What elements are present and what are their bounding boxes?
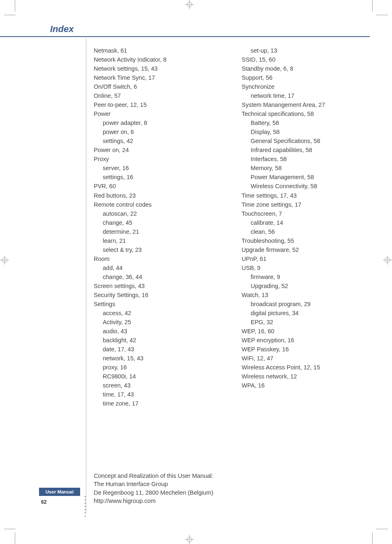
index-entry: UPnP, 61 [242, 254, 365, 263]
index-entry: digital pictures, 34 [242, 309, 365, 318]
index-entry: WEP Passkey, 16 [242, 345, 365, 354]
index-entry: proxy, 16 [94, 363, 217, 372]
index-entry: Power on, 24 [94, 145, 217, 154]
index-entry: Network Time Sync, 17 [94, 73, 217, 82]
index-entry: access, 42 [94, 309, 217, 318]
index-entry: Online, 57 [94, 91, 217, 100]
index-column-right: set-up, 13SSID, 15, 60Standby mode, 6, 8… [242, 46, 365, 408]
index-entry: Screen settings, 43 [94, 281, 217, 290]
index-entry: Standby mode, 6, 8 [242, 64, 365, 73]
index-entry: WEP encryption, 16 [242, 336, 365, 345]
index-entry: Troubleshooting, 55 [242, 236, 365, 245]
index-entry: Synchronize [242, 82, 365, 91]
index-entry: Time settings, 17, 43 [242, 191, 365, 200]
index-entry: System Manangement Area, 27 [242, 100, 365, 109]
index-entry: Memory, 58 [242, 164, 365, 173]
index-entry: Upgrading, 52 [242, 281, 365, 290]
index-entry: WiFi, 12, 47 [242, 354, 365, 363]
index-entry: Wireless network, 12 [242, 372, 365, 381]
index-entry: add, 44 [94, 263, 217, 272]
index-entry: change, 45 [94, 218, 217, 227]
index-content: Netmask, 61Network Activity Indicator, 8… [94, 46, 365, 408]
index-entry: clean, 56 [242, 227, 365, 236]
crop-mark [376, 15, 388, 15]
index-entry: Infrared capabilities, 58 [242, 145, 365, 154]
index-entry: autoscan, 22 [94, 209, 217, 218]
footer-label: User Manual [39, 488, 80, 496]
index-entry: Red buttons, 23 [94, 191, 217, 200]
index-entry: audio, 43 [94, 327, 217, 336]
index-entry: screen, 43 [94, 381, 217, 390]
index-entry: network, 15, 43 [94, 354, 217, 363]
index-entry: Time zone settings, 17 [242, 200, 365, 209]
index-entry: Peer-to-peer, 12, 15 [94, 100, 217, 109]
header-rule [0, 36, 370, 37]
crop-mark [4, 529, 16, 529]
index-entry: Power Management, 58 [242, 173, 365, 182]
index-entry: set-up, 13 [242, 46, 365, 55]
crop-mark [15, 532, 15, 544]
index-entry: General Specifications, 58 [242, 136, 365, 145]
index-entry: Room [94, 254, 217, 263]
index-entry: backlight, 42 [94, 336, 217, 345]
index-entry: broadcast program, 29 [242, 300, 365, 309]
vertical-rule [86, 36, 86, 513]
index-entry: power adapter, 8 [94, 118, 217, 127]
index-entry: Proxy [94, 154, 217, 164]
index-entry: Battery, 58 [242, 118, 365, 127]
index-entry: Display, 58 [242, 127, 365, 136]
index-entry: Wireless Access Point, 12, 15 [242, 363, 365, 372]
index-entry: change, 36, 44 [94, 272, 217, 281]
index-entry: Remote control codes [94, 200, 217, 209]
index-entry: Watch, 13 [242, 290, 365, 300]
index-entry: Support, 56 [242, 73, 365, 82]
registration-mark-icon [185, 0, 194, 9]
registration-mark-icon [383, 256, 392, 265]
index-entry: Activity, 25 [94, 318, 217, 327]
crop-mark [372, 532, 373, 544]
index-entry: Wireless Connectivity, 58 [242, 182, 365, 191]
index-entry: determine, 21 [94, 227, 217, 236]
index-entry: USB, 9 [242, 263, 365, 272]
crop-mark [372, 0, 373, 12]
credits-line: De Regenboog 11, 2800 Mechelen (Belgium) [94, 489, 213, 497]
index-column-left: Netmask, 61Network Activity Indicator, 8… [94, 46, 217, 408]
index-entry: select & try, 23 [94, 245, 217, 254]
index-entry: Security Settings, 16 [94, 290, 217, 300]
crop-mark [4, 15, 16, 15]
index-entry: On/Off Switch, 6 [94, 82, 217, 91]
index-entry: network time, 17 [242, 91, 365, 100]
index-entry: power on, 6 [94, 127, 217, 136]
index-entry: learn, 21 [94, 236, 217, 245]
credits-line: http://www.higroup.com [94, 497, 213, 505]
index-entry: WEP, 16, 60 [242, 327, 365, 336]
index-entry: settings, 16 [94, 173, 217, 182]
footer-dots-icon [85, 496, 86, 517]
index-entry: firmware, 9 [242, 272, 365, 281]
credits-block: Concept and Realization of this User Man… [94, 472, 213, 505]
index-entry: Interfaces, 58 [242, 154, 365, 164]
index-entry: Power [94, 109, 217, 118]
credits-line: The Human Interface Group [94, 480, 213, 488]
page-number: 62 [41, 499, 46, 505]
index-entry: SSID, 15, 60 [242, 55, 365, 64]
index-entry: server, 16 [94, 164, 217, 173]
index-entry: calibrate, 14 [242, 218, 365, 227]
index-entry: time zone, 17 [94, 399, 217, 408]
index-entry: EPG, 32 [242, 318, 365, 327]
index-entry: PVR, 60 [94, 182, 217, 191]
crop-mark [376, 529, 388, 529]
registration-mark-icon [0, 256, 9, 265]
index-entry: date, 17, 43 [94, 345, 217, 354]
index-entry: Technical specifications, 58 [242, 109, 365, 118]
credits-line: Concept and Realization of this User Man… [94, 472, 213, 480]
page-title: Index [50, 24, 74, 35]
index-entry: time, 17, 43 [94, 390, 217, 399]
registration-mark-icon [185, 535, 194, 544]
index-entry: Netmask, 61 [94, 46, 217, 55]
index-entry: Touchscreen, 7 [242, 209, 365, 218]
index-entry: WPA, 16 [242, 381, 365, 390]
index-entry: RC9800i, 14 [94, 372, 217, 381]
crop-mark [15, 0, 15, 12]
index-entry: Network settings, 15, 43 [94, 64, 217, 73]
